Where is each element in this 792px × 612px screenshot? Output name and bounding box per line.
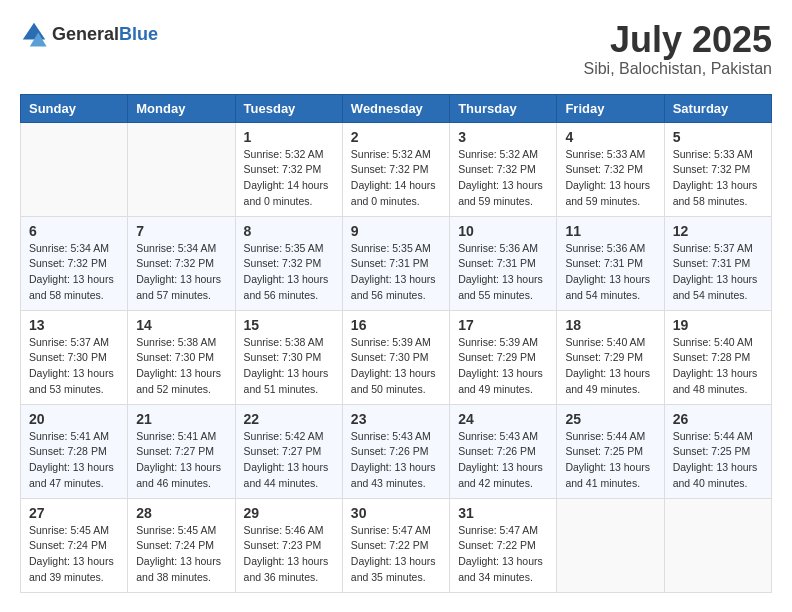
daylight-text: Daylight: 13 hours and 58 minutes. xyxy=(673,179,758,207)
sunrise-text: Sunrise: 5:35 AM xyxy=(351,242,431,254)
day-info: Sunrise: 5:44 AM Sunset: 7:25 PM Dayligh… xyxy=(673,429,763,492)
day-number: 20 xyxy=(29,411,119,427)
weekday-header-sunday: Sunday xyxy=(21,94,128,122)
day-info: Sunrise: 5:39 AM Sunset: 7:29 PM Dayligh… xyxy=(458,335,548,398)
daylight-text: Daylight: 13 hours and 53 minutes. xyxy=(29,367,114,395)
calendar-day: 31 Sunrise: 5:47 AM Sunset: 7:22 PM Dayl… xyxy=(450,498,557,592)
day-info: Sunrise: 5:35 AM Sunset: 7:31 PM Dayligh… xyxy=(351,241,441,304)
sunrise-text: Sunrise: 5:40 AM xyxy=(565,336,645,348)
sunset-text: Sunset: 7:31 PM xyxy=(351,257,429,269)
daylight-text: Daylight: 13 hours and 44 minutes. xyxy=(244,461,329,489)
day-number: 6 xyxy=(29,223,119,239)
daylight-text: Daylight: 13 hours and 50 minutes. xyxy=(351,367,436,395)
sunset-text: Sunset: 7:31 PM xyxy=(565,257,643,269)
daylight-text: Daylight: 14 hours and 0 minutes. xyxy=(244,179,329,207)
sunset-text: Sunset: 7:24 PM xyxy=(29,539,107,551)
day-number: 3 xyxy=(458,129,548,145)
day-number: 25 xyxy=(565,411,655,427)
day-info: Sunrise: 5:33 AM Sunset: 7:32 PM Dayligh… xyxy=(565,147,655,210)
sunrise-text: Sunrise: 5:43 AM xyxy=(458,430,538,442)
sunrise-text: Sunrise: 5:37 AM xyxy=(673,242,753,254)
sunset-text: Sunset: 7:31 PM xyxy=(458,257,536,269)
day-info: Sunrise: 5:32 AM Sunset: 7:32 PM Dayligh… xyxy=(351,147,441,210)
day-number: 14 xyxy=(136,317,226,333)
sunrise-text: Sunrise: 5:36 AM xyxy=(458,242,538,254)
day-number: 10 xyxy=(458,223,548,239)
sunrise-text: Sunrise: 5:47 AM xyxy=(351,524,431,536)
daylight-text: Daylight: 13 hours and 58 minutes. xyxy=(29,273,114,301)
sunset-text: Sunset: 7:24 PM xyxy=(136,539,214,551)
day-number: 23 xyxy=(351,411,441,427)
sunset-text: Sunset: 7:23 PM xyxy=(244,539,322,551)
sunrise-text: Sunrise: 5:41 AM xyxy=(136,430,216,442)
sunrise-text: Sunrise: 5:38 AM xyxy=(244,336,324,348)
day-info: Sunrise: 5:33 AM Sunset: 7:32 PM Dayligh… xyxy=(673,147,763,210)
day-info: Sunrise: 5:41 AM Sunset: 7:27 PM Dayligh… xyxy=(136,429,226,492)
sunset-text: Sunset: 7:32 PM xyxy=(351,163,429,175)
sunrise-text: Sunrise: 5:32 AM xyxy=(351,148,431,160)
calendar-day xyxy=(128,122,235,216)
daylight-text: Daylight: 13 hours and 49 minutes. xyxy=(565,367,650,395)
day-info: Sunrise: 5:45 AM Sunset: 7:24 PM Dayligh… xyxy=(29,523,119,586)
calendar-day xyxy=(664,498,771,592)
logo-icon xyxy=(20,20,48,48)
sunrise-text: Sunrise: 5:47 AM xyxy=(458,524,538,536)
day-number: 11 xyxy=(565,223,655,239)
calendar-day: 18 Sunrise: 5:40 AM Sunset: 7:29 PM Dayl… xyxy=(557,310,664,404)
daylight-text: Daylight: 13 hours and 38 minutes. xyxy=(136,555,221,583)
daylight-text: Daylight: 13 hours and 51 minutes. xyxy=(244,367,329,395)
day-number: 30 xyxy=(351,505,441,521)
sunset-text: Sunset: 7:32 PM xyxy=(244,163,322,175)
calendar-day: 10 Sunrise: 5:36 AM Sunset: 7:31 PM Dayl… xyxy=(450,216,557,310)
sunrise-text: Sunrise: 5:37 AM xyxy=(29,336,109,348)
sunset-text: Sunset: 7:27 PM xyxy=(136,445,214,457)
sunrise-text: Sunrise: 5:41 AM xyxy=(29,430,109,442)
sunset-text: Sunset: 7:32 PM xyxy=(673,163,751,175)
sunrise-text: Sunrise: 5:44 AM xyxy=(673,430,753,442)
title-block: July 2025 Sibi, Balochistan, Pakistan xyxy=(583,20,772,78)
daylight-text: Daylight: 13 hours and 52 minutes. xyxy=(136,367,221,395)
sunset-text: Sunset: 7:31 PM xyxy=(673,257,751,269)
day-info: Sunrise: 5:47 AM Sunset: 7:22 PM Dayligh… xyxy=(351,523,441,586)
day-info: Sunrise: 5:32 AM Sunset: 7:32 PM Dayligh… xyxy=(244,147,334,210)
calendar-day: 2 Sunrise: 5:32 AM Sunset: 7:32 PM Dayli… xyxy=(342,122,449,216)
sunrise-text: Sunrise: 5:39 AM xyxy=(458,336,538,348)
sunset-text: Sunset: 7:28 PM xyxy=(29,445,107,457)
sunrise-text: Sunrise: 5:34 AM xyxy=(29,242,109,254)
daylight-text: Daylight: 13 hours and 54 minutes. xyxy=(673,273,758,301)
sunrise-text: Sunrise: 5:32 AM xyxy=(458,148,538,160)
day-info: Sunrise: 5:40 AM Sunset: 7:29 PM Dayligh… xyxy=(565,335,655,398)
day-info: Sunrise: 5:36 AM Sunset: 7:31 PM Dayligh… xyxy=(565,241,655,304)
day-number: 31 xyxy=(458,505,548,521)
daylight-text: Daylight: 13 hours and 40 minutes. xyxy=(673,461,758,489)
sunset-text: Sunset: 7:30 PM xyxy=(351,351,429,363)
day-number: 2 xyxy=(351,129,441,145)
daylight-text: Daylight: 13 hours and 59 minutes. xyxy=(565,179,650,207)
weekday-header-saturday: Saturday xyxy=(664,94,771,122)
weekday-header-monday: Monday xyxy=(128,94,235,122)
day-number: 12 xyxy=(673,223,763,239)
calendar-day: 20 Sunrise: 5:41 AM Sunset: 7:28 PM Dayl… xyxy=(21,404,128,498)
day-info: Sunrise: 5:34 AM Sunset: 7:32 PM Dayligh… xyxy=(136,241,226,304)
calendar-day: 23 Sunrise: 5:43 AM Sunset: 7:26 PM Dayl… xyxy=(342,404,449,498)
sunset-text: Sunset: 7:30 PM xyxy=(29,351,107,363)
calendar-day: 14 Sunrise: 5:38 AM Sunset: 7:30 PM Dayl… xyxy=(128,310,235,404)
daylight-text: Daylight: 13 hours and 46 minutes. xyxy=(136,461,221,489)
daylight-text: Daylight: 13 hours and 56 minutes. xyxy=(244,273,329,301)
calendar-day: 26 Sunrise: 5:44 AM Sunset: 7:25 PM Dayl… xyxy=(664,404,771,498)
sunset-text: Sunset: 7:32 PM xyxy=(565,163,643,175)
day-info: Sunrise: 5:42 AM Sunset: 7:27 PM Dayligh… xyxy=(244,429,334,492)
day-info: Sunrise: 5:37 AM Sunset: 7:31 PM Dayligh… xyxy=(673,241,763,304)
day-info: Sunrise: 5:44 AM Sunset: 7:25 PM Dayligh… xyxy=(565,429,655,492)
calendar-day: 5 Sunrise: 5:33 AM Sunset: 7:32 PM Dayli… xyxy=(664,122,771,216)
day-number: 1 xyxy=(244,129,334,145)
sunrise-text: Sunrise: 5:34 AM xyxy=(136,242,216,254)
day-number: 9 xyxy=(351,223,441,239)
day-number: 19 xyxy=(673,317,763,333)
daylight-text: Daylight: 13 hours and 42 minutes. xyxy=(458,461,543,489)
daylight-text: Daylight: 13 hours and 54 minutes. xyxy=(565,273,650,301)
sunrise-text: Sunrise: 5:32 AM xyxy=(244,148,324,160)
day-info: Sunrise: 5:47 AM Sunset: 7:22 PM Dayligh… xyxy=(458,523,548,586)
day-info: Sunrise: 5:37 AM Sunset: 7:30 PM Dayligh… xyxy=(29,335,119,398)
day-info: Sunrise: 5:41 AM Sunset: 7:28 PM Dayligh… xyxy=(29,429,119,492)
